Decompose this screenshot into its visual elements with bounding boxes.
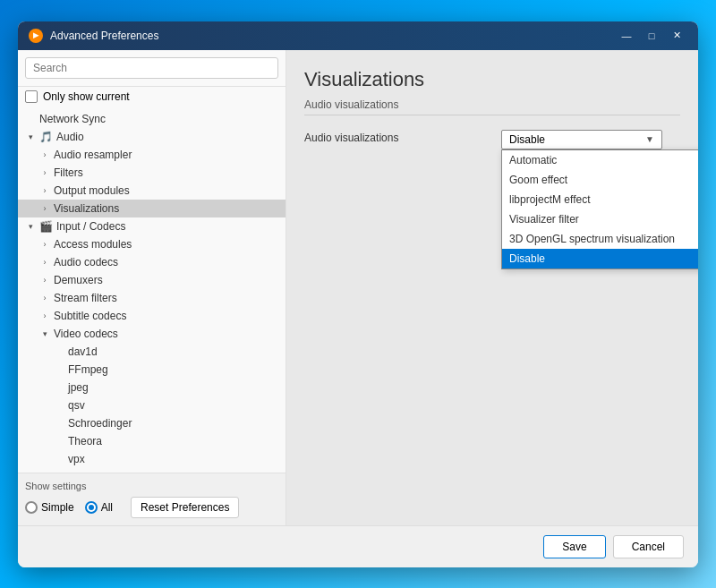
- all-label: All: [101, 501, 113, 514]
- sidebar-item-audio-resampler[interactable]: ›Audio resampler: [18, 146, 286, 164]
- minimize-button[interactable]: —: [616, 25, 637, 47]
- reset-preferences-button[interactable]: Reset Preferences: [131, 497, 239, 518]
- sidebar-item-label: Audio: [56, 131, 84, 143]
- tree-container: Network Sync▾🎵Audio›Audio resampler›Filt…: [18, 110, 286, 473]
- sidebar-item-theora[interactable]: Theora: [18, 432, 286, 450]
- sidebar-bottom: Show settings Simple All Reset Preferenc…: [18, 473, 286, 525]
- sidebar-item-network-sync[interactable]: Network Sync: [18, 110, 286, 128]
- search-input[interactable]: [25, 57, 278, 79]
- simple-label: Simple: [41, 501, 74, 514]
- sidebar-item-label: Audio codecs: [54, 256, 118, 268]
- show-current-row: Only show current: [18, 87, 286, 110]
- advanced-preferences-window: ▶ Advanced Preferences — □ ✕ Only show c…: [18, 21, 698, 567]
- dropdown-option-visualizer[interactable]: Visualizer filter: [502, 209, 698, 229]
- sidebar-item-label: Input / Codecs: [56, 220, 125, 233]
- dropdown-option-automatic[interactable]: Automatic: [502, 150, 698, 170]
- sidebar-item-qsv[interactable]: qsv: [18, 396, 286, 414]
- sidebar-item-input-codecs[interactable]: ▾🎬Input / Codecs: [18, 217, 286, 235]
- dropdown-list: AutomaticGoom effectlibprojectM effectVi…: [501, 149, 698, 269]
- all-radio-item[interactable]: All: [85, 501, 113, 514]
- sidebar-item-label: Visualizations: [54, 202, 119, 215]
- sidebar-item-label: Access modules: [54, 238, 132, 251]
- sidebar-item-label: Theora: [68, 435, 102, 447]
- setting-name: Audio visualizations: [304, 130, 483, 144]
- sidebar-item-demuxers[interactable]: ›Demuxers: [18, 271, 286, 289]
- title-bar: ▶ Advanced Preferences — □ ✕: [18, 21, 698, 50]
- sidebar-item-label: vpx: [68, 453, 85, 465]
- chevron-icon: ›: [39, 293, 50, 303]
- audio-vis-row: Audio visualizations Disable ▼ Automatic…: [304, 130, 680, 149]
- sidebar-item-label: jpeg: [68, 381, 89, 394]
- sidebar-item-stream-filters[interactable]: ›Stream filters: [18, 289, 286, 307]
- sidebar-item-jpeg[interactable]: jpeg: [18, 379, 286, 396]
- close-button[interactable]: ✕: [666, 25, 687, 47]
- sidebar-item-subtitle-codecs[interactable]: ›Subtitle codecs: [18, 307, 286, 325]
- section-label: Audio visualizations: [304, 98, 680, 115]
- sidebar-item-label: qsv: [68, 399, 85, 412]
- show-settings-label: Show settings: [25, 481, 278, 491]
- search-box: [18, 50, 286, 87]
- sidebar-item-video-codecs[interactable]: ▾Video codecs: [18, 325, 286, 343]
- show-current-label: Only show current: [43, 90, 130, 103]
- sidebar-item-access-modules[interactable]: ›Access modules: [18, 235, 286, 253]
- panel-title: Visualizations: [304, 68, 680, 91]
- chevron-icon: ›: [39, 275, 50, 285]
- dropdown-option-libprojectm[interactable]: libprojectM effect: [502, 190, 698, 209]
- all-radio[interactable]: [85, 501, 98, 514]
- maximize-button[interactable]: □: [641, 25, 662, 47]
- sidebar-item-vpx[interactable]: vpx: [18, 450, 286, 468]
- chevron-icon: ›: [39, 257, 50, 268]
- save-button[interactable]: Save: [543, 535, 605, 558]
- sidebar-item-dav1d[interactable]: dav1d: [18, 343, 286, 361]
- sidebar-item-label: Audio resampler: [54, 149, 132, 161]
- sidebar-item-label: Video codecs: [54, 328, 118, 340]
- title-bar-controls: — □ ✕: [616, 25, 687, 47]
- sidebar-item-audio[interactable]: ▾🎵Audio: [18, 128, 286, 146]
- dropdown-option-3d-opengl[interactable]: 3D OpenGL spectrum visualization: [502, 229, 698, 249]
- content-area: Only show current Network Sync▾🎵Audio›Au…: [18, 50, 698, 525]
- radio-row: Simple All Reset Preferences: [25, 497, 278, 518]
- dropdown-container: Disable ▼ AutomaticGoom effectlibproject…: [501, 130, 662, 149]
- chevron-icon: ›: [39, 311, 50, 321]
- sidebar-item-label: Filters: [54, 166, 83, 179]
- sidebar-item-label: Stream filters: [54, 292, 117, 304]
- simple-radio-item[interactable]: Simple: [25, 501, 74, 514]
- sidebar-item-visualizations[interactable]: ›Visualizations: [18, 200, 286, 217]
- chevron-icon: ▾: [39, 328, 50, 339]
- sidebar-item-ffmpeg[interactable]: FFmpeg: [18, 361, 286, 379]
- dropdown-option-disable[interactable]: Disable: [502, 249, 698, 268]
- sidebar-item-label: Output modules: [54, 184, 130, 197]
- dropdown-arrow-icon: ▼: [645, 134, 654, 144]
- sidebar-item-filters[interactable]: ›Filters: [18, 164, 286, 182]
- visualization-dropdown[interactable]: Disable ▼: [501, 130, 662, 149]
- main-panel: Visualizations Audio visualizations Audi…: [286, 50, 698, 525]
- chevron-icon: ▾: [25, 221, 36, 232]
- tree-item-icon: 🎬: [39, 220, 53, 233]
- chevron-icon: ▾: [25, 132, 36, 142]
- cancel-button[interactable]: Cancel: [613, 535, 684, 558]
- chevron-icon: ›: [39, 239, 50, 250]
- tree-item-icon: 🎵: [39, 131, 53, 143]
- sidebar-item-label: Demuxers: [54, 274, 103, 286]
- chevron-icon: ›: [39, 167, 50, 178]
- chevron-icon: ›: [39, 149, 50, 160]
- sidebar: Only show current Network Sync▾🎵Audio›Au…: [18, 50, 286, 525]
- window-title: Advanced Preferences: [50, 30, 609, 42]
- dropdown-option-goom[interactable]: Goom effect: [502, 170, 698, 190]
- chevron-icon: ›: [39, 203, 50, 214]
- chevron-icon: ›: [39, 185, 50, 196]
- sidebar-item-label: Network Sync: [39, 113, 106, 125]
- sidebar-item-audio-codecs[interactable]: ›Audio codecs: [18, 253, 286, 271]
- simple-radio[interactable]: [25, 501, 38, 514]
- dropdown-selected-value: Disable: [509, 133, 545, 146]
- sidebar-item-label: Subtitle codecs: [54, 310, 126, 322]
- vlc-icon: ▶: [29, 29, 43, 43]
- bottom-bar: Save Cancel: [18, 525, 698, 567]
- sidebar-item-label: FFmpeg: [68, 363, 108, 376]
- sidebar-item-label: dav1d: [68, 345, 98, 358]
- show-current-checkbox[interactable]: [25, 90, 38, 103]
- sidebar-item-schroedinger[interactable]: Schroedinger: [18, 414, 286, 432]
- sidebar-item-label: Schroedinger: [68, 417, 132, 430]
- sidebar-item-output-modules[interactable]: ›Output modules: [18, 182, 286, 200]
